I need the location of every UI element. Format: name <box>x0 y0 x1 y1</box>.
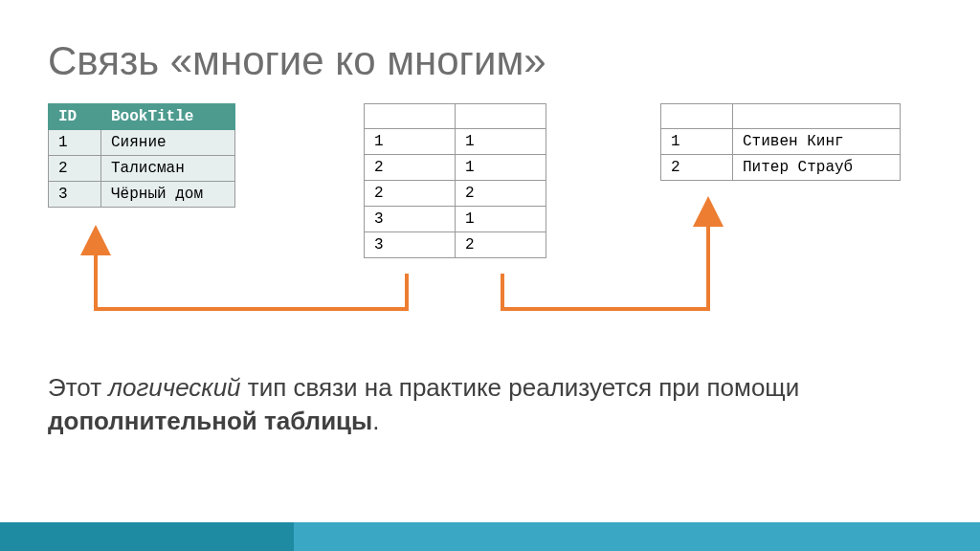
body-text: Этот логический тип связи на практике ре… <box>48 371 932 438</box>
table-row: 3 1 <box>365 207 546 232</box>
cell: 2 <box>456 232 546 258</box>
slide-title: Связь «многие ко многим» <box>48 38 932 84</box>
cell: 3 <box>365 207 456 232</box>
cell: Сияние <box>101 130 235 156</box>
cell: 2 <box>365 155 456 181</box>
junction-header-b <box>456 104 546 129</box>
cell: 2 <box>661 155 733 181</box>
footer-accent-left <box>0 522 294 551</box>
table-row: 1 Сияние <box>49 130 235 156</box>
authors-header-name <box>733 104 901 129</box>
table-authors: 1 Стивен Кинг 2 Питер Страуб <box>660 103 901 181</box>
authors-header-id <box>661 104 733 129</box>
text: . <box>372 407 379 435</box>
cell: 2 <box>456 181 546 207</box>
footer-accent-right <box>294 522 980 551</box>
cell: 3 <box>365 232 456 258</box>
text: тип связи на практике реализуется при по… <box>241 373 800 402</box>
table-row: 1 1 <box>365 129 546 155</box>
cell: 1 <box>365 129 456 155</box>
cell: 1 <box>456 129 546 155</box>
table-row: 3 2 <box>365 232 546 258</box>
table-row: 3 Чёрный дом <box>49 182 235 208</box>
cell: Стивен Кинг <box>733 129 901 155</box>
cell: 1 <box>456 207 546 232</box>
cell: Питер Страуб <box>733 155 901 181</box>
table-row: 2 1 <box>365 155 546 181</box>
text-bold: дополнительной таблицы <box>48 407 372 435</box>
text-italic: логический <box>108 373 240 402</box>
cell: 3 <box>49 182 101 208</box>
text: Этот <box>48 373 108 402</box>
cell: 2 <box>49 156 101 182</box>
cell: Талисман <box>101 156 235 182</box>
books-header-title: BookTitle <box>101 104 235 130</box>
table-row: 2 2 <box>365 181 546 207</box>
table-row: 2 Питер Страуб <box>661 155 901 181</box>
junction-header-a <box>365 104 456 129</box>
table-row: 2 Талисман <box>49 156 235 182</box>
footer-bar <box>0 522 980 551</box>
books-header-id: ID <box>49 104 101 130</box>
cell: Чёрный дом <box>101 182 235 208</box>
cell: 1 <box>661 129 733 155</box>
table-books: ID BookTitle 1 Сияние 2 Талисман 3 Чёрны… <box>48 103 235 208</box>
cell: 1 <box>49 130 101 156</box>
diagram-area: ID BookTitle 1 Сияние 2 Талисман 3 Чёрны… <box>48 103 932 333</box>
cell: 1 <box>456 155 546 181</box>
cell: 2 <box>365 181 456 207</box>
table-row: 1 Стивен Кинг <box>661 129 901 155</box>
table-junction: 1 1 2 1 2 2 3 1 3 2 <box>364 103 546 258</box>
